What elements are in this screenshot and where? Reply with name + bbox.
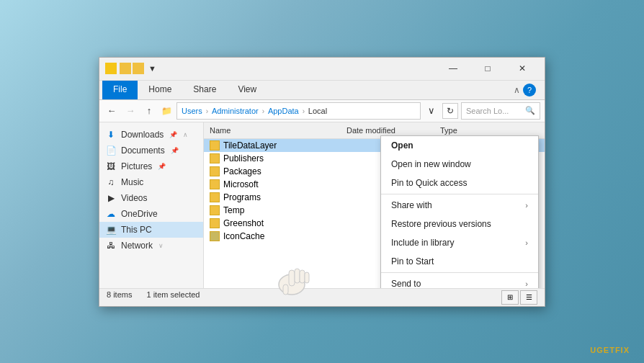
- sidebar-item-videos[interactable]: ▶ Videos: [99, 190, 203, 206]
- file-label: Publishers: [223, 153, 264, 163]
- sidebar-item-downloads[interactable]: ⬇ Downloads 📌 ∧: [99, 127, 203, 143]
- refresh-button[interactable]: ↻: [442, 103, 458, 119]
- search-icon: 🔍: [525, 106, 535, 115]
- help-button[interactable]: ?: [523, 84, 536, 97]
- window-controls: — □ ✕: [437, 57, 539, 80]
- file-explorer-window: ▼ — □ ✕ File Home Share View ∧ ? ← → ↑ 📁…: [99, 57, 545, 307]
- music-icon: ♫: [105, 176, 117, 188]
- file-name-cell: Publishers: [210, 153, 346, 163]
- tab-view[interactable]: View: [227, 81, 267, 99]
- window-icon2: [120, 63, 131, 74]
- close-button[interactable]: ✕: [506, 57, 539, 80]
- sidebar: ⬇ Downloads 📌 ∧ 📄 Documents 📌 🖼 Pictures…: [99, 122, 204, 288]
- view-list-button[interactable]: ☰: [520, 290, 537, 305]
- ribbon: File Home Share View ∧ ?: [99, 81, 545, 100]
- file-label: Programs: [223, 192, 261, 202]
- sidebar-label-network: Network: [121, 241, 153, 251]
- ctx-sep1: [381, 194, 538, 194]
- folder-icon: [210, 179, 220, 189]
- folder-icon: [210, 205, 220, 215]
- folder-icon: [210, 166, 220, 176]
- ctx-send-to[interactable]: Send to ›: [381, 274, 538, 288]
- main-area: ⬇ Downloads 📌 ∧ 📄 Documents 📌 🖼 Pictures…: [99, 122, 545, 288]
- folder-icon: [210, 140, 220, 151]
- file-label: Temp: [223, 205, 244, 215]
- breadcrumb[interactable]: Users › Administrator › AppData › Local: [176, 102, 421, 120]
- documents-icon: 📄: [105, 145, 117, 156]
- sidebar-label-music: Music: [121, 177, 143, 187]
- ctx-restore-versions[interactable]: Restore previous versions: [381, 215, 538, 233]
- pin-icon2: 📌: [171, 147, 179, 154]
- file-label: IconCache: [223, 231, 264, 241]
- ctx-include-library[interactable]: Include in library ›: [381, 233, 538, 252]
- ctx-pin-quick-access[interactable]: Pin to Quick access: [381, 174, 538, 192]
- context-menu: Open Open in new window Pin to Quick acc…: [380, 135, 539, 288]
- tab-home[interactable]: Home: [138, 81, 182, 99]
- address-bar: ← → ↑ 📁 Users › Administrator › AppData …: [99, 100, 545, 122]
- breadcrumb-appdata: AppData: [268, 107, 299, 115]
- sidebar-label-downloads: Downloads: [121, 130, 164, 140]
- minimize-button[interactable]: —: [437, 57, 470, 80]
- sidebar-item-pictures[interactable]: 🖼 Pictures 📌: [99, 158, 203, 174]
- forward-button[interactable]: →: [122, 103, 138, 119]
- maximize-button[interactable]: □: [471, 57, 504, 80]
- col-type[interactable]: Type: [440, 125, 498, 136]
- ctx-share-with[interactable]: Share with ›: [381, 196, 538, 215]
- back-button[interactable]: ←: [104, 103, 120, 119]
- folder-icon: [210, 153, 220, 163]
- ctx-share-arrow: ›: [525, 201, 528, 210]
- search-bar[interactable]: Search Lo... 🔍: [461, 102, 540, 120]
- svg-rect-2: [295, 269, 300, 283]
- selected-count: 1 item selected: [146, 290, 200, 305]
- status-bar: 8 items 1 item selected ⊞ ☰: [99, 288, 545, 306]
- file-name-cell: IconCache: [210, 231, 346, 241]
- sidebar-item-thispc[interactable]: 💻 This PC: [99, 222, 203, 238]
- sidebar-item-music[interactable]: ♫ Music: [99, 174, 203, 190]
- network-icon: 🖧: [105, 240, 117, 251]
- file-name-cell: Temp: [210, 205, 346, 215]
- thispc-icon: 💻: [105, 224, 117, 236]
- sidebar-item-onedrive[interactable]: ☁ OneDrive: [99, 206, 203, 222]
- ribbon-chevron: ∧ ?: [508, 81, 542, 99]
- sidebar-item-network[interactable]: 🖧 Network ∨: [99, 238, 203, 254]
- sidebar-label-pictures: Pictures: [121, 161, 152, 171]
- ribbon-tabs: File Home Share View ∧ ?: [99, 81, 545, 99]
- ctx-sendto-label: Send to: [391, 279, 421, 288]
- ctx-library-arrow: ›: [525, 238, 528, 247]
- tab-share[interactable]: Share: [182, 81, 227, 99]
- chevron-icon: ∧: [514, 85, 520, 95]
- sidebar-label-thispc: This PC: [121, 225, 152, 235]
- file-name-cell: Programs: [210, 192, 346, 202]
- window-icon3: [133, 63, 144, 74]
- file-name-cell: Greenshot: [210, 218, 346, 228]
- breadcrumb-folder-icon: 📁: [161, 106, 172, 116]
- title-bar: ▼ — □ ✕: [99, 58, 545, 81]
- tab-file[interactable]: File: [102, 81, 138, 99]
- ctx-pin-start[interactable]: Pin to Start: [381, 252, 538, 271]
- up-button[interactable]: ↑: [141, 103, 157, 119]
- ctx-open[interactable]: Open: [381, 136, 538, 155]
- breadcrumb-users: Users: [182, 107, 202, 115]
- svg-rect-1: [289, 270, 295, 286]
- breadcrumb-dropdown[interactable]: ∨: [424, 103, 439, 119]
- ctx-open-new-window[interactable]: Open in new window: [381, 155, 538, 174]
- breadcrumb-admin: Administrator: [212, 107, 259, 115]
- file-name-cell: Microsoft: [210, 179, 346, 189]
- hand-cursor-svg: [277, 263, 321, 302]
- ctx-share-label: Share with: [391, 200, 432, 210]
- content-area: Name Date modified Type TileDataLayer: [204, 122, 545, 288]
- sidebar-label-videos: Videos: [121, 193, 147, 203]
- col-name[interactable]: Name: [210, 125, 346, 136]
- sidebar-item-documents[interactable]: 📄 Documents 📌: [99, 143, 203, 158]
- breadcrumb-text: Users › Administrator › AppData › Local: [182, 107, 327, 115]
- pin-icon3: 📌: [158, 163, 166, 170]
- pictures-icon: 🖼: [105, 161, 117, 172]
- item-count: 8 items: [107, 290, 132, 305]
- file-label: TileDataLayer: [223, 140, 277, 151]
- ctx-sendto-arrow: ›: [525, 279, 528, 288]
- view-grid-button[interactable]: ⊞: [501, 290, 519, 305]
- file-name-cell: TileDataLayer: [210, 140, 346, 151]
- pin-icon: 📌: [169, 131, 177, 138]
- sidebar-label-documents: Documents: [121, 145, 165, 156]
- col-date[interactable]: Date modified: [346, 125, 440, 136]
